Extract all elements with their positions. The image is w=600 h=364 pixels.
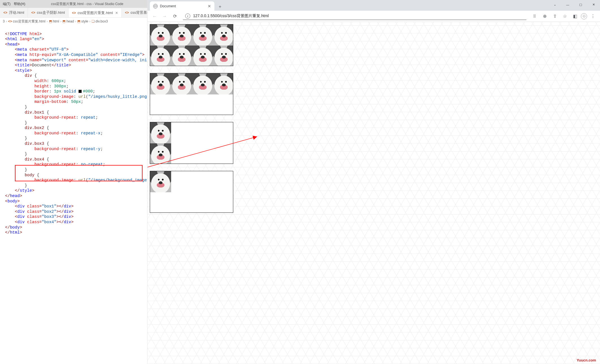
browser-tab[interactable]: Document ✕: [150, 1, 214, 11]
maximize-button[interactable]: ▢: [574, 0, 587, 9]
close-icon[interactable]: ✕: [115, 11, 118, 15]
tab-label: css背景基础知: [131, 10, 147, 15]
watermark: Yuucn.com: [577, 358, 596, 362]
globe-icon: [153, 4, 158, 8]
bc-seg[interactable]: head: [66, 19, 74, 23]
menu-help[interactable]: 帮助(H): [12, 2, 27, 6]
html-file-icon: <>: [3, 11, 7, 15]
page-body: [148, 22, 600, 222]
translate-icon[interactable]: ⠿: [530, 12, 539, 21]
tab-float[interactable]: <>浮动.html: [0, 8, 28, 17]
bc-seg[interactable]: div.box3: [96, 19, 108, 23]
symbol-icon: ⬒: [62, 19, 65, 23]
demo-box1-repeat: [150, 24, 233, 66]
tab-bgrepeat[interactable]: <>css背景图片重复.html✕: [69, 8, 122, 17]
tab-label: css盒子阴影.html: [37, 10, 65, 15]
tab-bgbasic[interactable]: <>css背景基础知: [122, 8, 147, 17]
demo-box2-repeat-x: [150, 73, 233, 115]
browser-window: ⌄ — ▢ ✕ Document ✕ + ← → ⟳ i 127.0.0.1:5…: [148, 0, 600, 364]
window-title: css背景图片重复.html - css - Visual Studio Cod…: [27, 2, 147, 6]
close-icon[interactable]: ✕: [207, 4, 212, 8]
tab-boxshadow[interactable]: <>css盒子阴影.html: [28, 8, 69, 17]
symbol-icon: ⬒: [49, 19, 52, 23]
html-file-icon: <>: [8, 19, 12, 23]
minimize-button[interactable]: —: [561, 0, 574, 9]
tab-label: 浮动.html: [9, 10, 24, 15]
bc-seg[interactable]: style: [81, 19, 88, 23]
back-button[interactable]: ←: [150, 12, 159, 21]
vscode-window: 端(T) 帮助(H) css背景图片重复.html - css - Visual…: [0, 0, 148, 364]
bookmark-icon[interactable]: ☆: [561, 12, 569, 21]
zoom-icon[interactable]: ⊕: [540, 12, 549, 21]
demo-box3-repeat-y: [150, 122, 233, 164]
symbol-icon: ❑: [92, 19, 95, 23]
address-bar[interactable]: i 127.0.0.1:5500/css/3/css背景图片重复.html: [183, 12, 526, 20]
reload-button[interactable]: ⟳: [171, 12, 179, 21]
editor-tabs: <>浮动.html <>css盒子阴影.html <>css背景图片重复.htm…: [0, 8, 147, 18]
symbol-icon: ⬒: [77, 19, 80, 23]
page-viewport: Yuucn.com: [148, 22, 600, 364]
menu-terminal[interactable]: 端(T): [1, 2, 12, 6]
bc-seg[interactable]: css背景图片重复.html: [13, 19, 46, 24]
tab-label: css背景图片重复.html: [78, 10, 113, 15]
breadcrumb[interactable]: 3› <>css背景图片重复.html› ⬒html› ⬒head› ⬒styl…: [0, 18, 147, 25]
new-tab-button[interactable]: +: [216, 3, 224, 11]
forward-button[interactable]: →: [160, 12, 169, 21]
sidepanel-icon[interactable]: ◧: [571, 12, 579, 21]
profile-icon[interactable]: ⚇: [581, 13, 587, 19]
html-file-icon: <>: [72, 11, 76, 15]
bc-seg[interactable]: 3: [3, 19, 5, 23]
menu-icon[interactable]: ⋮: [589, 12, 597, 21]
bc-seg[interactable]: html: [53, 19, 59, 23]
tab-title: Document: [160, 4, 176, 8]
url-text: 127.0.0.1:5500/css/3/css背景图片重复.html: [193, 13, 269, 19]
close-button[interactable]: ✕: [587, 0, 600, 9]
share-icon[interactable]: ⇪: [551, 12, 559, 21]
code-editor[interactable]: <!DOCTYPE html> <html lang="en"> <head> …: [0, 25, 147, 364]
window-controls: ⌄ — ▢ ✕: [548, 0, 600, 9]
html-file-icon: <>: [125, 11, 129, 15]
demo-box4-no-repeat: [150, 171, 233, 213]
vscode-titlebar: 端(T) 帮助(H) css背景图片重复.html - css - Visual…: [0, 0, 147, 8]
html-file-icon: <>: [31, 11, 35, 15]
browser-toolbar: ← → ⟳ i 127.0.0.1:5500/css/3/css背景图片重复.h…: [148, 11, 600, 22]
chevron-down-icon[interactable]: ⌄: [548, 0, 561, 9]
browser-tabstrip: Document ✕ +: [148, 0, 600, 11]
site-info-icon[interactable]: i: [185, 13, 190, 19]
